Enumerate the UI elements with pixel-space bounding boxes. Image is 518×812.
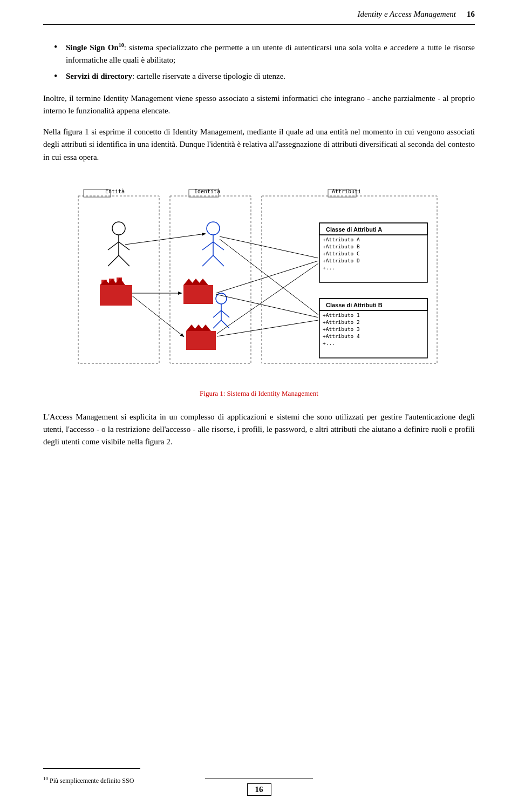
svg-text:Classe di Attributi B: Classe di Attributi B bbox=[326, 302, 383, 308]
svg-point-22 bbox=[207, 222, 220, 235]
svg-marker-21 bbox=[114, 278, 125, 285]
svg-line-46 bbox=[220, 239, 318, 315]
sso-superscript: 10 bbox=[119, 42, 124, 48]
svg-text:Classe di Attributi A: Classe di Attributi A bbox=[326, 226, 382, 233]
bullet-item-sso: Single Sign On10: sistema specializzato … bbox=[54, 41, 475, 66]
footnote-separator bbox=[43, 768, 140, 769]
svg-line-32 bbox=[213, 320, 221, 328]
svg-line-14 bbox=[119, 255, 130, 266]
svg-line-47 bbox=[216, 261, 318, 293]
svg-line-45 bbox=[220, 236, 318, 258]
svg-line-50 bbox=[217, 320, 318, 336]
bullet-item-directory: Servizi di directory: cartelle riservate… bbox=[54, 70, 475, 83]
svg-rect-38 bbox=[186, 331, 216, 350]
svg-line-13 bbox=[108, 255, 119, 266]
svg-line-42 bbox=[125, 234, 205, 245]
svg-line-31 bbox=[221, 310, 229, 317]
diagram-container: Entità Identità Attributi bbox=[76, 180, 442, 385]
svg-line-30 bbox=[213, 310, 221, 317]
page-container: Identity e Access Management 16 Single S… bbox=[0, 0, 518, 812]
diagram-svg: Entità Identità Attributi bbox=[76, 180, 442, 385]
svg-line-12 bbox=[119, 242, 130, 250]
svg-text:+Attributo 3: +Attributo 3 bbox=[323, 326, 360, 332]
bullet-term-sso: Single Sign On10 bbox=[66, 43, 124, 52]
svg-line-24 bbox=[202, 242, 213, 250]
paragraph-identity-management: Inoltre, il termine Identity Management … bbox=[43, 92, 475, 118]
page-header: Identity e Access Management 16 bbox=[43, 0, 475, 25]
svg-line-26 bbox=[202, 255, 213, 266]
header-page-number: 16 bbox=[467, 10, 475, 19]
svg-marker-37 bbox=[197, 279, 208, 285]
svg-text:+...: +... bbox=[323, 340, 335, 346]
svg-line-44 bbox=[132, 296, 183, 336]
paragraph-access-management: L'Access Management si esplicita in un c… bbox=[43, 411, 475, 449]
svg-line-27 bbox=[213, 255, 224, 266]
footer-line bbox=[205, 779, 313, 779]
page-footer: 16 bbox=[0, 779, 518, 796]
svg-text:+Attributo 4: +Attributo 4 bbox=[323, 333, 360, 339]
bullet-term-directory: Servizi di directory bbox=[66, 72, 132, 80]
svg-rect-15 bbox=[100, 285, 132, 306]
paragraph-figura1: Nella figura 1 si esprime il concetto di… bbox=[43, 126, 475, 164]
svg-line-11 bbox=[108, 242, 119, 250]
svg-line-49 bbox=[217, 263, 318, 334]
svg-rect-34 bbox=[183, 285, 213, 304]
svg-line-25 bbox=[213, 242, 224, 250]
svg-text:+Attributo B: +Attributo B bbox=[323, 243, 360, 249]
footer-page-number: 16 bbox=[247, 783, 271, 796]
svg-text:+Attributo D: +Attributo D bbox=[323, 258, 360, 263]
svg-text:+Attributo A: +Attributo A bbox=[323, 236, 360, 242]
svg-text:+Attributo 2: +Attributo 2 bbox=[323, 319, 360, 325]
svg-line-48 bbox=[216, 294, 318, 317]
figure-area: Entità Identità Attributi bbox=[76, 180, 442, 398]
bullet-list: Single Sign On10: sistema specializzato … bbox=[43, 41, 475, 83]
svg-text:+Attributo C: +Attributo C bbox=[323, 251, 360, 256]
header-title: Identity e Access Management bbox=[357, 10, 456, 19]
svg-text:+Attributo 1: +Attributo 1 bbox=[323, 312, 360, 318]
svg-line-33 bbox=[221, 320, 229, 328]
figure-caption: Figura 1: Sistema di Identity Management bbox=[76, 389, 442, 398]
svg-point-9 bbox=[112, 222, 125, 235]
bullet-text-sso: : sistema specializzato che permette a u… bbox=[66, 43, 475, 64]
bullet-text-directory: : cartelle riservate a diverse tipologie… bbox=[132, 72, 285, 80]
svg-text:+...: +... bbox=[323, 265, 335, 270]
svg-marker-41 bbox=[200, 324, 211, 331]
